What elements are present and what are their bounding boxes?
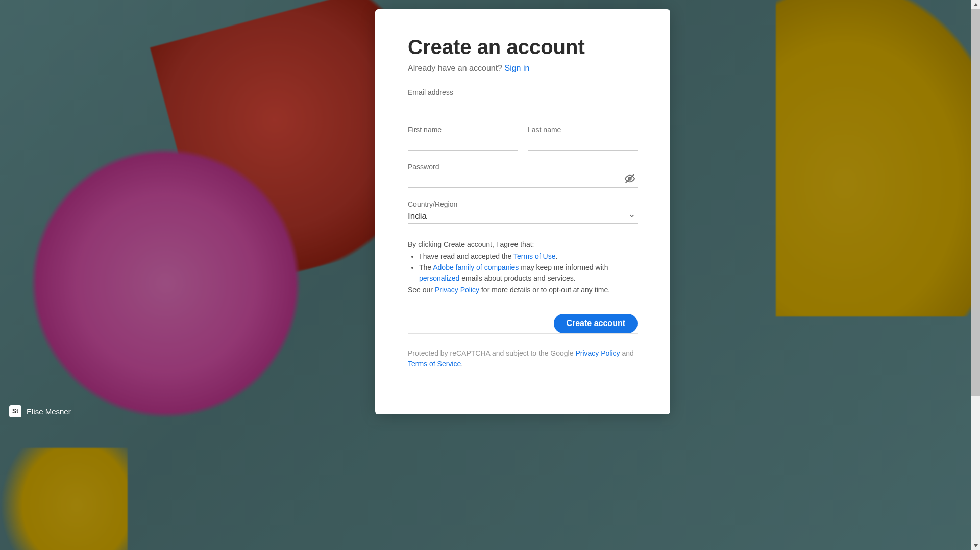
stock-badge-icon: St: [9, 405, 21, 417]
subtitle-text: Already have an account?: [408, 64, 504, 72]
recaptcha-pre: Protected by reCAPTCHA and subject to th…: [408, 349, 575, 357]
google-privacy-link[interactable]: Privacy Policy: [575, 349, 620, 357]
scroll-thumb[interactable]: [971, 9, 980, 396]
email-label: Email address: [408, 88, 638, 96]
subtitle: Already have an account? Sign in: [408, 64, 638, 73]
agreement-item-1: I have read and accepted the Terms of Us…: [419, 251, 638, 262]
agreement-item2-pre: The: [419, 263, 433, 271]
country-select[interactable]: India: [408, 209, 638, 224]
attribution: St Elise Mesner: [9, 405, 71, 417]
svg-marker-2: [974, 3, 978, 6]
agreement-item-2: The Adobe family of companies may keep m…: [419, 262, 638, 284]
firstname-input[interactable]: [408, 135, 518, 151]
lastname-label: Last name: [528, 126, 638, 134]
firstname-label: First name: [408, 126, 518, 134]
agreement-see-pre: See our: [408, 286, 435, 294]
divider: [408, 333, 638, 334]
country-field-group: Country/Region India: [408, 200, 638, 224]
scroll-down-button[interactable]: [971, 541, 980, 550]
vertical-scrollbar[interactable]: [971, 0, 980, 550]
scroll-up-button[interactable]: [971, 0, 980, 9]
agreement-item2-mid: may keep me informed with: [519, 263, 608, 271]
firstname-field-group: First name: [408, 126, 518, 151]
password-field-group: Password: [408, 163, 638, 188]
agreement-see-suf: for more details or to opt-out at any ti…: [479, 286, 610, 294]
name-row: First name Last name: [408, 126, 638, 163]
country-label: Country/Region: [408, 200, 638, 208]
recaptcha-notice: Protected by reCAPTCHA and subject to th…: [408, 348, 638, 369]
password-label: Password: [408, 163, 638, 171]
terms-of-use-link[interactable]: Terms of Use: [513, 252, 555, 260]
signup-card: Create an account Already have an accoun…: [375, 9, 670, 414]
svg-marker-3: [974, 544, 978, 547]
privacy-policy-link[interactable]: Privacy Policy: [435, 286, 479, 294]
create-account-button[interactable]: Create account: [554, 314, 638, 333]
email-input[interactable]: [408, 97, 638, 113]
lastname-input[interactable]: [528, 135, 638, 151]
agreement-item1-text: I have read and accepted the: [419, 252, 513, 260]
agreement-intro: By clicking Create account, I agree that…: [408, 240, 534, 248]
google-tos-link[interactable]: Terms of Service: [408, 360, 461, 368]
agreement-text: By clicking Create account, I agree that…: [408, 239, 638, 295]
personalized-link[interactable]: personalized: [419, 274, 459, 282]
attribution-name: Elise Mesner: [27, 407, 71, 416]
adobe-family-link[interactable]: Adobe family of companies: [433, 263, 519, 271]
agreement-item2-suf: emails about products and services.: [459, 274, 575, 282]
lastname-field-group: Last name: [528, 126, 638, 151]
email-field-group: Email address: [408, 88, 638, 113]
toggle-password-visibility-icon[interactable]: [624, 173, 635, 186]
password-input[interactable]: [408, 172, 638, 188]
recaptcha-period: .: [461, 360, 463, 368]
recaptcha-and: and: [620, 349, 634, 357]
page-title: Create an account: [408, 36, 638, 59]
signin-link[interactable]: Sign in: [504, 64, 529, 72]
